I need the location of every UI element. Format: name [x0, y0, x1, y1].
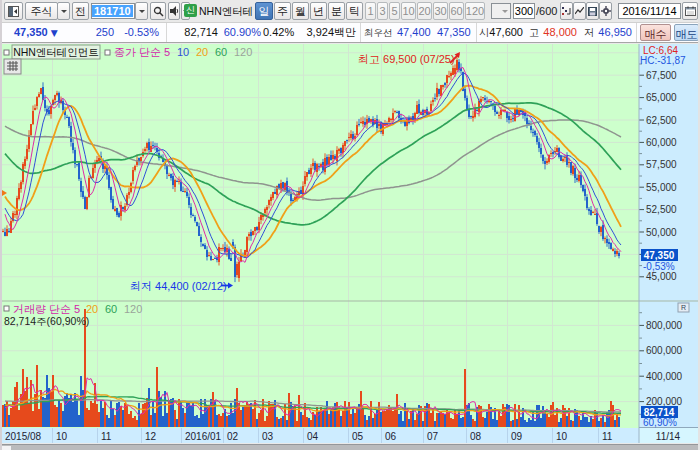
- svg-text:2015/08: 2015/08: [5, 431, 42, 442]
- minute-5-button[interactable]: 5: [389, 2, 400, 20]
- compare-tool-button[interactable]: [560, 2, 573, 20]
- save-chart-button[interactable]: [586, 2, 599, 20]
- stock-name: NHN엔터테인먼트: [199, 5, 254, 18]
- svg-text:62,500: 62,500: [646, 115, 677, 126]
- chart-date-input[interactable]: 2016/11/14: [618, 3, 681, 19]
- minute-60-button[interactable]: 60: [449, 2, 464, 20]
- chevron-down-icon: [61, 10, 67, 16]
- price-change-pct: -0.53%: [118, 23, 159, 42]
- best-bid: 47,350: [437, 23, 470, 42]
- low-annotation: 최저 44,400 (02/12): [130, 280, 227, 292]
- stock-code-value: 181710: [92, 5, 133, 17]
- minute-30-button[interactable]: 30: [433, 2, 448, 20]
- search-icon: [153, 6, 164, 17]
- minute-20-button[interactable]: 20: [417, 2, 432, 20]
- svg-text:52,500: 52,500: [646, 204, 677, 215]
- svg-text:50,000: 50,000: [646, 227, 677, 238]
- quote-turnover: 60.90%: [222, 23, 261, 42]
- minute-10-button[interactable]: 10: [401, 2, 416, 20]
- calendar-button[interactable]: [682, 2, 698, 20]
- vol-legend-label: 거래량 단순 5: [13, 303, 80, 315]
- price-legend-20: 20: [196, 46, 208, 58]
- new-listing-badge: 신: [184, 4, 197, 17]
- empty-select[interactable]: [491, 3, 511, 19]
- period-month-button[interactable]: 월: [292, 2, 309, 20]
- sell-button[interactable]: 매도: [674, 24, 699, 41]
- svg-text:65,000: 65,000: [646, 92, 677, 103]
- vol-amount-text: 82,714주(60,90%): [4, 315, 89, 327]
- low-label: 저: [584, 23, 594, 42]
- period-day-button[interactable]: 일: [255, 2, 273, 20]
- sound-alert-button[interactable]: [168, 2, 180, 20]
- gear-icon: [601, 6, 611, 16]
- bar-total-label: /600: [536, 5, 557, 17]
- low-price: 46,950: [596, 23, 632, 42]
- asset-type-select[interactable]: 주식: [25, 2, 58, 20]
- legend-toggle-icon[interactable]: [4, 50, 9, 55]
- svg-text:400,000: 400,000: [646, 371, 683, 382]
- svg-text:600,000: 600,000: [646, 345, 683, 356]
- hc-value: HC:-31,87: [640, 55, 686, 66]
- speaker-icon: [170, 6, 179, 16]
- vol-legend-20: 20: [86, 303, 98, 315]
- quote-bar: 47,350 ▼ 250 -0.53% 82,714 60.90% 0.42% …: [2, 22, 698, 43]
- stock-search-button[interactable]: [150, 2, 166, 20]
- save-icon: [588, 7, 597, 16]
- prev-stock-button[interactable]: 전: [72, 2, 89, 20]
- period-minute-button[interactable]: 분: [328, 2, 345, 20]
- chart-canvas[interactable]: 67,50065,00062,50060,00057,50055,00052,5…: [0, 44, 700, 444]
- last-date-label: 11/14: [656, 431, 681, 442]
- stock-code-dropdown-button[interactable]: [135, 2, 148, 20]
- current-price: 47,350 ▼: [14, 23, 58, 42]
- price-tag-pct: -0,53%: [643, 261, 675, 272]
- svg-text:10: 10: [556, 431, 568, 442]
- minute-120-button[interactable]: 120: [465, 2, 485, 20]
- app-window: 주식 전 181710 신 NHN엔터테인먼트 일 주 월 년 분 틱 1 3 …: [0, 0, 700, 450]
- chart-date-value: 2016/11/14: [622, 5, 676, 17]
- vol-legend-60: 60: [105, 303, 117, 315]
- trendline-tool-button[interactable]: [573, 2, 586, 20]
- minute-1-button[interactable]: 1: [365, 2, 376, 20]
- price-legend-120: 120: [234, 46, 252, 58]
- period-year-button[interactable]: 년: [310, 2, 327, 20]
- price-change: 250: [86, 23, 114, 42]
- vol-axis-mini-label: R: [681, 304, 686, 311]
- best-quote-label: 최우선: [364, 23, 393, 42]
- high-annotation: 최고 69,500 (07/25): [358, 53, 455, 65]
- panel-toggle-button[interactable]: [4, 2, 23, 20]
- chart-settings-button[interactable]: [599, 2, 612, 20]
- period-tick-button[interactable]: 틱: [346, 2, 363, 20]
- svg-text:45,000: 45,000: [646, 271, 677, 282]
- minute-3-button[interactable]: 3: [377, 2, 388, 20]
- svg-text:200,000: 200,000: [646, 396, 683, 407]
- bottom-resize-bar[interactable]: [0, 444, 700, 450]
- bar-count-input[interactable]: 300: [513, 3, 535, 19]
- high-price: 48,000: [541, 23, 577, 42]
- svg-text:04: 04: [307, 431, 319, 442]
- stock-name-label: NHN엔터테인먼트: [199, 5, 254, 17]
- price-legend-60: 60: [215, 46, 227, 58]
- dots-arrow-icon: [562, 7, 571, 16]
- price-legend-10: 10: [177, 46, 189, 58]
- quote-strength: 0.42%: [263, 23, 292, 42]
- vol-legend-toggle-icon[interactable]: [4, 306, 9, 311]
- prev-stock-label: 전: [75, 4, 86, 19]
- calendar-icon: [685, 6, 696, 16]
- stock-code-input[interactable]: 181710: [91, 3, 135, 19]
- buy-button[interactable]: 매수: [640, 24, 671, 41]
- asset-type-label: 주식: [31, 4, 53, 19]
- bar-count-value: 300: [515, 5, 533, 17]
- price-tag: 47,350: [644, 250, 675, 261]
- asset-type-dropdown-button[interactable]: [57, 2, 70, 20]
- period-week-button[interactable]: 주: [274, 2, 291, 20]
- svg-text:08: 08: [470, 431, 482, 442]
- price-legend-label: 종가 단순 5: [114, 46, 170, 58]
- legend-toggle-icon-2[interactable]: [105, 50, 110, 55]
- chart-title: NHN엔터테인먼트: [13, 46, 99, 58]
- zigzag-icon: [575, 7, 584, 16]
- chevron-down-icon: [139, 10, 145, 16]
- quote-value: 3,924백만: [294, 23, 356, 42]
- price-direction-icon: ▼: [51, 28, 58, 38]
- svg-text:67,500: 67,500: [646, 70, 677, 81]
- svg-text:12: 12: [145, 431, 157, 442]
